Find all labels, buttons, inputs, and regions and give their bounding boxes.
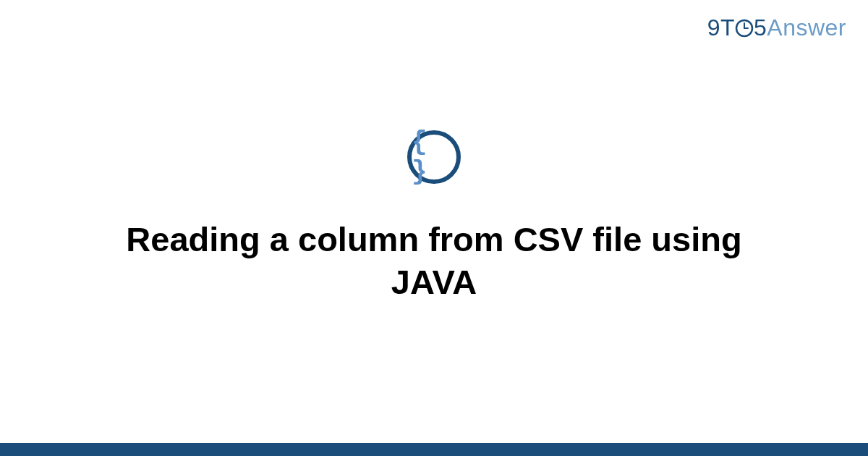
topic-icon-circle: { }: [407, 130, 461, 184]
code-braces-icon: { }: [412, 127, 456, 187]
main-content: { } Reading a column from CSV file using…: [0, 0, 868, 456]
page-title: Reading a column from CSV file using JAV…: [109, 219, 760, 304]
footer-bar: [0, 443, 868, 456]
